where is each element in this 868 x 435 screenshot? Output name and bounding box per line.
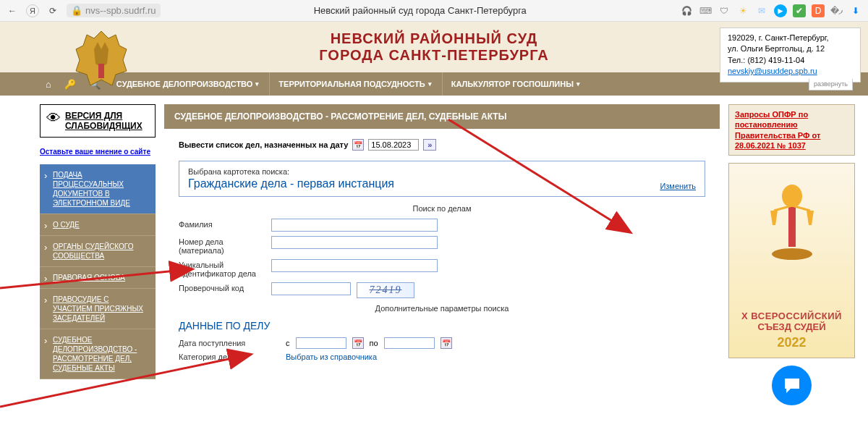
side-menu: ПОДАЧА ПРОЦЕССУАЛЬНЫХ ДОКУМЕНТОВ В ЭЛЕКТ… — [40, 164, 156, 379]
tab-title: Невский районный суд города Санкт-Петерб… — [168, 5, 673, 16]
sidebar-item-jury[interactable]: ПРАВОСУДИЕ С УЧАСТИЕМ ПРИСЯЖНЫХ ЗАСЕДАТЕ… — [40, 289, 156, 329]
extra-params-title: Дополнительные параметры поиска — [179, 304, 705, 313]
site-title-2: ГОРОДА САНКТ-ПЕТЕРБУРГА — [319, 47, 548, 64]
category-label: Категория дела — [179, 352, 280, 361]
change-link[interactable]: Изменить — [660, 182, 696, 190]
feedback-link[interactable]: Оставьте ваше мнение о сайте — [40, 148, 156, 156]
favorites-icon[interactable]: �ފ — [830, 4, 843, 17]
search-index-card: Выбрана картотека поиска: Гражданские де… — [179, 161, 705, 197]
banner-sub: СЪЕЗД СУДЕЙ — [757, 321, 825, 332]
nav-proceedings[interactable]: СУДЕБНОЕ ДЕЛОПРОИЗВОДСТВО▾ — [108, 72, 268, 96]
address-bar[interactable]: 🔒nvs--spb.sudrf.ru — [67, 4, 161, 17]
back-button[interactable]: ← — [6, 4, 19, 17]
data-section-title: ДАННЫЕ ПО ДЕЛУ — [179, 320, 705, 331]
calendar-to-button[interactable]: 📅 — [441, 337, 452, 349]
captcha-label: Проверочный код — [179, 282, 265, 292]
accessibility-box[interactable]: 👁 ВЕРСИЯ ДЛЯ СЛАБОВИДЯЩИХ — [40, 104, 156, 138]
page-header: НЕВСКИЙ РАЙОННЫЙ СУД ГОРОДА САНКТ-ПЕТЕРБ… — [0, 22, 868, 72]
reload-button[interactable]: ⟳ — [46, 4, 59, 17]
card-label: Выбрана картотека поиска: — [188, 167, 696, 176]
notice-link[interactable]: Запросы ОПФР по постановлению Правительс… — [735, 110, 820, 150]
sidebar-item-bodies[interactable]: ОРГАНЫ СУДЕЙСКОГО СООБЩЕСТВА — [40, 236, 156, 267]
chevron-down-icon: ▾ — [428, 80, 432, 88]
browser-chrome: ← Я ⟳ 🔒nvs--spb.sudrf.ru Невский районны… — [0, 0, 868, 22]
shield-icon[interactable]: 🛡 — [718, 4, 731, 17]
calendar-from-button[interactable]: 📅 — [352, 337, 364, 349]
ext2-icon[interactable]: ✔ — [793, 4, 806, 17]
banner-year: 2022 — [777, 335, 806, 350]
chevron-down-icon: ▾ — [576, 80, 580, 88]
search-title: Поиск по делам — [179, 204, 705, 213]
captcha-image: 72419 — [357, 282, 414, 298]
chat-button[interactable] — [772, 366, 812, 405]
sidebar-left: 👁 ВЕРСИЯ ДЛЯ СЛАБОВИДЯЩИХ Оставьте ваше … — [40, 104, 156, 405]
expand-button[interactable]: развернуть — [809, 79, 853, 90]
date-received-label: Дата поступления — [179, 339, 280, 347]
date-label: Вывести список дел, назначенных на дату — [179, 140, 348, 149]
svg-point-1 — [782, 185, 802, 208]
contact-address2: ул. Ольги Берггольц, д. 12 — [728, 43, 853, 54]
breadcrumb: СУДЕБНОЕ ДЕЛОПРОИЗВОДСТВО - РАССМОТРЕНИЕ… — [164, 104, 720, 129]
nav-calculator[interactable]: КАЛЬКУЛЯТОР ГОСПОШЛИНЫ▾ — [442, 72, 589, 96]
surname-label: Фамилия — [179, 219, 265, 229]
contact-phone: Тел.: (812) 419-11-04 — [728, 55, 853, 66]
weather-icon[interactable]: ☀ — [736, 4, 749, 17]
case-label: Номер дела (материала) — [179, 236, 265, 255]
captcha-input[interactable] — [271, 282, 351, 295]
contact-email[interactable]: nevskiy@usuddep.spb.ru — [728, 67, 817, 75]
chevron-down-icon: ▾ — [255, 80, 259, 88]
contact-box: 192029, г. Санкт-Петербург, ул. Ольги Бе… — [720, 28, 861, 83]
sidebar-item-electronic[interactable]: ПОДАЧА ПРОЦЕССУАЛЬНЫХ ДОКУМЕНТОВ В ЭЛЕКТ… — [40, 164, 156, 214]
pick-reference-link[interactable]: Выбрать из справочника — [286, 352, 377, 361]
accessibility-link[interactable]: ВЕРСИЯ ДЛЯ СЛАБОВИДЯЩИХ — [65, 111, 149, 131]
keyboard-icon[interactable]: ⌨ — [699, 4, 712, 17]
ext3-icon[interactable]: D — [812, 4, 825, 17]
go-button[interactable]: » — [423, 139, 436, 151]
eye-icon: 👁 — [46, 111, 61, 125]
main-content: СУДЕБНОЕ ДЕЛОПРОИЗВОДСТВО - РАССМОТРЕНИЕ… — [164, 104, 720, 405]
uid-label: Уникальный идентификатор дела — [179, 259, 265, 278]
congress-banner[interactable]: X ВСЕРОССИЙСКИЙ СЪЕЗД СУДЕЙ 2022 — [728, 163, 855, 358]
banner-title: X ВСЕРОССИЙСКИЙ — [741, 311, 842, 321]
svg-rect-2 — [788, 207, 796, 247]
selected-index: Гражданские дела - первая инстанция — [188, 177, 394, 190]
sidebar-item-proceedings[interactable]: СУДЕБНОЕ ДЕЛОПРОИЗВОДСТВО - РАССМОТРЕНИЕ… — [40, 329, 156, 379]
home-icon[interactable]: ⌂ — [40, 79, 57, 90]
justice-icon — [760, 171, 825, 265]
svg-point-3 — [772, 248, 812, 260]
mail-icon[interactable]: ✉ — [755, 4, 768, 17]
svg-rect-0 — [98, 64, 104, 78]
headphones-icon[interactable]: 🎧 — [680, 4, 693, 17]
nav-jurisdiction[interactable]: ТЕРРИТОРИАЛЬНАЯ ПОДСУДНОСТЬ▾ — [269, 72, 440, 96]
sidebar-item-legal[interactable]: ПРАВОВАЯ ОСНОВА — [40, 267, 156, 289]
url-text: nvs--spb.sudrf.ru — [85, 5, 156, 16]
downloads-icon[interactable]: ⬇ — [849, 4, 862, 17]
coat-of-arms-icon — [72, 28, 130, 92]
calendar-button[interactable]: 📅 — [352, 139, 364, 151]
ext1-icon[interactable]: ► — [774, 4, 787, 17]
case-input[interactable] — [271, 236, 438, 249]
date-to-input[interactable] — [384, 337, 435, 349]
date-input[interactable] — [368, 139, 419, 151]
sidebar-right: Запросы ОПФР по постановлению Правительс… — [728, 104, 855, 405]
contact-address1: 192029, г. Санкт-Петербург, — [728, 33, 853, 43]
surname-input[interactable] — [271, 219, 438, 232]
lock-icon: 🔒 — [71, 5, 82, 16]
site-title-1: НЕВСКИЙ РАЙОННЫЙ СУД — [319, 30, 548, 47]
yandex-button[interactable]: Я — [26, 4, 39, 17]
uid-input[interactable] — [271, 259, 438, 272]
sidebar-item-about[interactable]: О СУДЕ — [40, 214, 156, 236]
date-from-input[interactable] — [296, 337, 346, 349]
notice-box: Запросы ОПФР по постановлению Правительс… — [728, 104, 855, 156]
